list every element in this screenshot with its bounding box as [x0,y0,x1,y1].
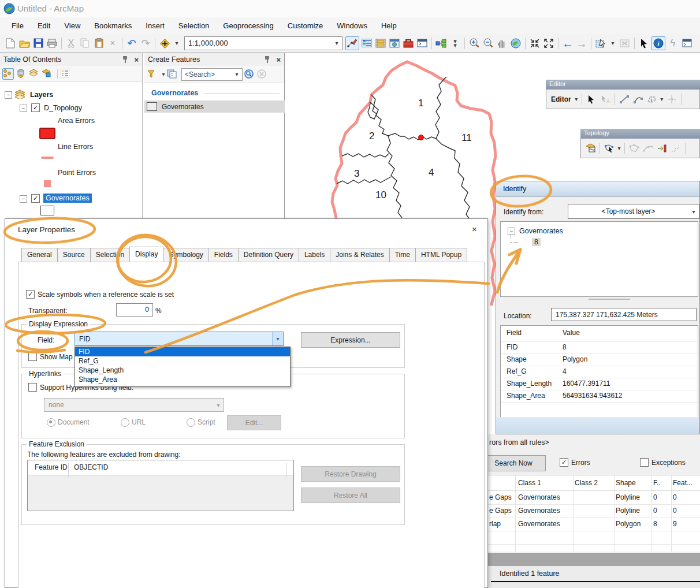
topology-layer-checkbox[interactable]: ✓ [31,103,40,112]
undo-icon[interactable]: ↶ [125,37,138,50]
editor-menu-dropdown[interactable]: ▾ [574,90,579,109]
editor-toolbar-titlebar[interactable]: Editor [546,80,700,90]
trace-tool-icon[interactable] [646,94,658,105]
table-row[interactable]: Ref_G4 [501,366,698,378]
go-back-extent-icon[interactable]: ← [561,37,574,50]
modelbuilder-icon[interactable] [435,37,448,50]
open-icon[interactable] [18,37,31,50]
list-by-selection-icon[interactable] [42,69,52,79]
collapse-icon[interactable]: − [20,105,27,112]
table-row[interactable]: FID8 [501,341,698,354]
edit-tool-icon[interactable] [586,94,597,105]
catalog-icon[interactable] [374,37,387,50]
editor-menu-button[interactable]: Editor [551,95,571,103]
new-document-icon[interactable] [4,37,17,50]
menu-selection[interactable]: Selection [173,19,215,32]
identify-from-combobox[interactable]: <Top-most layer> ▾ [568,204,699,219]
full-extent-globe-icon[interactable] [509,37,522,50]
error-table[interactable]: Class 1 Class 2 Shape F.. Feat... e Gaps… [488,475,700,552]
toc-root-layers[interactable]: Layers [30,91,53,99]
dropdown-option-refg[interactable]: Ref_G [75,356,290,366]
fixed-zoom-out-icon[interactable] [542,37,555,50]
tab-labels[interactable]: Labels [299,248,330,262]
error-row[interactable]: rlapGovernoratesPolygon89 [488,518,700,531]
menu-view[interactable]: View [58,19,86,32]
identify-location-value-box[interactable]: 175,387.327 171,632.425 Meters [551,308,697,321]
arctoolbox-icon[interactable] [402,37,415,50]
toc-options-icon[interactable] [61,69,71,79]
map-scale-combobox[interactable]: 1:1,000,000 ▾ [184,36,342,50]
collapse-icon[interactable]: − [5,91,12,99]
search-icon[interactable] [244,69,255,80]
list-by-source-icon[interactable] [16,69,27,79]
dropdown-option-shape-area[interactable]: Shape_Area [75,375,290,384]
align-edge-icon[interactable] [656,143,668,154]
error-rules-filter[interactable]: rors from all rules> [489,438,549,446]
save-icon[interactable] [32,37,44,50]
toc-layer-governorates[interactable]: Governorates [43,193,92,203]
add-data-dropdown[interactable]: ▾ [172,34,182,53]
tab-time[interactable]: Time [389,248,416,262]
menu-bookmarks[interactable]: Bookmarks [88,19,137,32]
edit-sketch-icon[interactable] [345,36,359,50]
table-row[interactable]: ShapePolygon [501,353,698,366]
select-elements-icon[interactable] [638,37,650,50]
topology-tool-dropdown[interactable]: ▾ [616,139,622,158]
menu-windows[interactable]: Windows [331,19,373,32]
add-data-icon[interactable] [158,37,171,50]
list-by-visibility-icon[interactable] [29,69,39,79]
identify-icon[interactable]: i [651,36,665,50]
tab-symbology[interactable]: Symbology [163,248,208,262]
exceptions-checkbox[interactable] [640,458,649,467]
chevron-down-icon[interactable]: ▾ [232,69,242,80]
python-window-icon[interactable] [416,37,429,50]
paste-icon[interactable] [92,37,105,50]
feature-exclusion-table[interactable]: Feature ID OBJECTID [27,460,294,511]
select-features-icon[interactable] [594,37,607,50]
construction-tools-dropdown[interactable]: ▾ [659,90,665,109]
endpoint-arc-tool-icon[interactable] [632,94,644,105]
close-icon[interactable]: × [276,55,281,64]
tab-fields[interactable]: Fields [208,248,239,262]
html-popup-icon[interactable] [680,37,693,50]
fixed-zoom-in-icon[interactable] [528,37,541,50]
pin-icon[interactable] [265,56,270,63]
table-row[interactable]: Shape_Length160477.391711 [501,378,698,390]
tab-definition-query[interactable]: Definition Query [238,248,299,262]
list-by-drawing-order-icon[interactable] [2,68,14,80]
menu-insert[interactable]: Insert [140,19,170,32]
tab-source[interactable]: Source [57,248,91,262]
error-row[interactable]: e GapsGovernoratesPolyline00 [488,504,700,518]
menu-geoprocessing[interactable]: Geoprocessing [217,19,279,32]
field-dropdown-list[interactable]: FID Ref_G Shape_Length Shape_Area [75,347,291,387]
menu-customize[interactable]: Customize [282,19,329,32]
collapse-icon[interactable]: − [20,195,27,203]
topology-toolbar-titlebar[interactable]: Topology [580,129,700,139]
pin-icon[interactable] [122,56,128,63]
print-icon[interactable] [46,37,58,50]
filter-dropdown[interactable]: ▾ [160,66,167,83]
show-maptips-checkbox[interactable] [28,352,37,361]
identify-results-tree[interactable]: − Governorates 8 [500,221,698,297]
tab-selection[interactable]: Selection [90,248,130,262]
search-window-icon[interactable] [388,37,401,50]
identify-tree-feature[interactable]: 8 [532,238,541,246]
chevron-down-icon[interactable]: ▾ [272,332,283,345]
panel-resize-bar[interactable] [488,553,700,567]
organize-templates-icon[interactable] [167,69,177,80]
support-hyperlinks-checkbox[interactable] [28,383,37,392]
template-filter-icon[interactable] [147,69,158,80]
dropdown-option-fid[interactable]: FID [75,347,290,356]
identify-titlebar[interactable]: Identify [496,181,699,197]
close-icon[interactable]: × [472,224,477,234]
search-now-button[interactable]: Search Now [481,455,546,471]
zoom-out-icon[interactable] [482,37,494,50]
tab-general[interactable]: General [21,248,58,262]
pan-icon[interactable] [496,37,508,50]
map-topology-icon[interactable] [584,143,596,154]
tab-joins-relates[interactable]: Joins & Relates [330,248,389,262]
feature-template-governorates[interactable]: Governorates [144,101,285,113]
dropdown-option-shape-length[interactable]: Shape_Length [75,366,290,375]
toc-layer-d-topology[interactable]: D_Topology [44,104,82,112]
zoom-in-icon[interactable] [468,37,481,50]
